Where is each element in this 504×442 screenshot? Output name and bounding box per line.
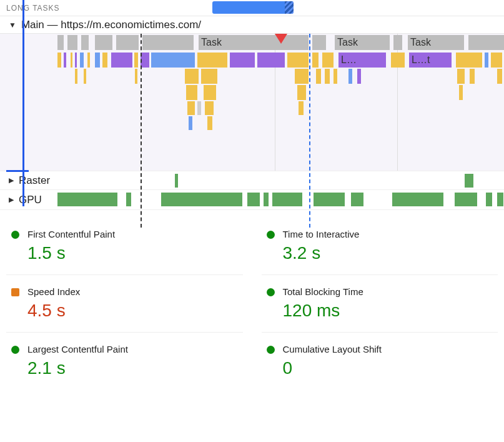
flame-block[interactable] (95, 53, 100, 68)
flame-block[interactable] (348, 69, 352, 84)
flame-task[interactable] (95, 35, 112, 50)
main-track-title: Main — https://m.economictimes.com/ (21, 19, 201, 31)
flame-block[interactable] (84, 69, 86, 84)
flame-task[interactable]: Task (199, 35, 309, 50)
status-square-icon (11, 288, 19, 296)
flame-block[interactable] (205, 101, 214, 115)
gpu-bar[interactable] (455, 193, 477, 206)
time-ruler-marker[interactable] (22, 0, 24, 206)
flame-block[interactable] (111, 53, 132, 68)
gpu-bar[interactable] (272, 193, 302, 206)
flame-block[interactable] (295, 69, 309, 84)
gpu-bar[interactable] (126, 193, 131, 206)
flame-block[interactable] (134, 53, 138, 68)
flame-task[interactable] (393, 35, 402, 50)
flame-block[interactable] (459, 85, 463, 100)
flame-block[interactable] (456, 53, 482, 68)
flame-task[interactable] (116, 35, 139, 50)
flame-block[interactable] (497, 69, 502, 84)
flame-block[interactable] (64, 53, 66, 68)
raster-track-header[interactable]: ▶ Raster (0, 171, 504, 190)
flame-block[interactable] (299, 101, 304, 115)
expand-icon: ▶ (9, 196, 14, 204)
flame-block[interactable] (102, 53, 107, 68)
gpu-track-header[interactable]: ▶ GPU (0, 190, 504, 210)
flame-block[interactable] (71, 53, 72, 68)
flame-block[interactable] (75, 69, 77, 84)
gpu-bar[interactable] (392, 193, 443, 206)
flame-block[interactable] (485, 53, 488, 68)
flame-block[interactable] (491, 53, 502, 68)
flame-block[interactable] (135, 69, 137, 84)
flame-block[interactable] (470, 69, 475, 84)
flame-block[interactable]: L… (338, 53, 386, 68)
gpu-bar[interactable] (264, 193, 269, 206)
flame-task[interactable] (142, 35, 194, 50)
flame-block[interactable] (457, 69, 465, 84)
flame-block[interactable] (57, 53, 61, 68)
flame-block[interactable] (201, 69, 217, 84)
metric-tti: Time to Interactive 3.2 s (262, 218, 498, 274)
flame-row-tasks: Task Task Task (0, 35, 504, 50)
flame-block[interactable] (185, 69, 199, 84)
flame-block[interactable] (141, 53, 149, 68)
flame-block[interactable] (257, 53, 285, 68)
raster-bar[interactable] (465, 174, 473, 188)
flame-block[interactable] (87, 53, 90, 68)
gpu-bar[interactable] (486, 193, 492, 206)
long-tasks-label: LONG TASKS (6, 4, 60, 13)
collapse-icon: ▼ (9, 21, 16, 29)
flame-block[interactable] (391, 53, 405, 68)
status-dot-icon (267, 231, 275, 239)
flame-block[interactable] (312, 53, 319, 68)
flame-task[interactable] (312, 35, 326, 50)
flame-block[interactable] (204, 85, 216, 100)
flame-block[interactable] (75, 53, 77, 68)
flame-block[interactable] (287, 53, 309, 68)
gpu-bar[interactable] (497, 193, 503, 206)
flame-task[interactable] (81, 35, 89, 50)
main-track-header[interactable]: ▼ Main — https://m.economictimes.com/ (0, 16, 504, 34)
flame-block[interactable] (297, 85, 306, 100)
flame-block[interactable] (80, 53, 84, 68)
flame-row (0, 116, 504, 130)
metric-value: 120 ms (283, 301, 493, 321)
flame-block[interactable]: L…t (409, 53, 452, 68)
flame-block[interactable] (316, 69, 321, 84)
metric-name: Largest Contentful Paint (27, 344, 238, 354)
long-tasks-row: LONG TASKS (0, 0, 504, 16)
flame-block[interactable] (230, 53, 255, 68)
flame-task[interactable]: Task (335, 35, 390, 50)
flame-block[interactable] (322, 53, 334, 68)
main-flame-chart[interactable]: Task Task Task L… L…t (0, 34, 504, 171)
metric-name: Time to Interactive (283, 229, 493, 239)
gpu-bar[interactable] (247, 193, 260, 206)
flame-block[interactable] (197, 101, 201, 115)
flame-task[interactable] (468, 35, 504, 50)
metric-value: 3.2 s (283, 243, 493, 263)
flame-block[interactable] (334, 69, 337, 84)
flame-block[interactable] (189, 116, 192, 130)
metric-fcp: First Contentful Paint 1.5 s (6, 218, 243, 274)
gpu-bar[interactable] (351, 193, 363, 206)
flame-block[interactable] (325, 69, 330, 84)
long-task-bar[interactable] (212, 1, 294, 14)
raster-bar[interactable] (175, 174, 178, 188)
flame-task[interactable] (67, 35, 77, 50)
flame-task[interactable]: Task (408, 35, 464, 50)
flame-block[interactable] (207, 116, 212, 130)
flame-block[interactable] (186, 85, 197, 100)
gpu-bar[interactable] (314, 193, 345, 206)
metric-name: First Contentful Paint (27, 229, 238, 239)
flame-task[interactable] (57, 35, 64, 50)
lighthouse-metrics: First Contentful Paint 1.5 s Time to Int… (0, 210, 504, 389)
flame-row: L… L…t (0, 53, 504, 68)
flame-block[interactable] (151, 53, 195, 68)
flame-block[interactable] (357, 69, 361, 84)
gpu-bar[interactable] (161, 193, 242, 206)
gpu-bar[interactable] (57, 193, 117, 206)
flame-block[interactable] (187, 101, 195, 115)
flame-block[interactable] (197, 53, 227, 68)
metric-value: 0 (283, 358, 493, 378)
metric-speed-index: Speed Index 4.5 s (6, 274, 243, 332)
